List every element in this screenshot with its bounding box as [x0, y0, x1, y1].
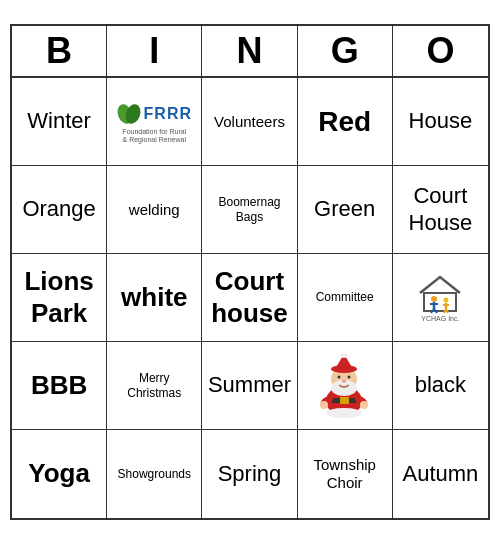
cell-r5c5: Autumn	[393, 430, 488, 518]
svg-point-3	[431, 296, 437, 302]
svg-point-28	[360, 401, 368, 409]
cell-text-r3c4: Committee	[316, 290, 374, 304]
cell-r4c1: BBB	[12, 342, 107, 430]
cell-r4c3: Summer	[202, 342, 297, 430]
bingo-header: BINGO	[12, 26, 488, 78]
cell-r2c2: welding	[107, 166, 202, 254]
cell-text-r1c1: Winter	[27, 108, 91, 134]
svg-line-7	[434, 309, 437, 313]
svg-point-20	[341, 353, 347, 358]
cell-text-r4c3: Summer	[208, 372, 291, 398]
cell-text-r2c5: Court House	[409, 183, 473, 236]
cell-r5c4: Township Choir	[298, 430, 393, 518]
cell-r5c1: Yoga	[12, 430, 107, 518]
frrr-subtext: Foundation for Rural& Regional Renewal	[122, 128, 186, 143]
cell-text-r3c2: white	[121, 282, 187, 313]
svg-point-22	[338, 376, 341, 379]
cell-r1c4: Red	[298, 78, 393, 166]
cell-r2c1: Orange	[12, 166, 107, 254]
cell-text-r3c3: Court house	[211, 266, 288, 328]
cell-text-r5c3: Spring	[218, 461, 282, 487]
cell-text-r5c4: Township Choir	[313, 456, 376, 492]
svg-point-27	[320, 401, 328, 409]
santa-figure-cell	[317, 353, 372, 418]
ychag-text: YCHAG Inc.	[421, 315, 459, 322]
svg-point-24	[342, 379, 346, 383]
cell-text-r2c1: Orange	[22, 196, 95, 222]
header-letter-i: I	[107, 26, 202, 76]
svg-point-8	[444, 298, 449, 303]
svg-rect-2	[424, 293, 456, 311]
header-letter-b: B	[12, 26, 107, 76]
cell-r4c4	[298, 342, 393, 430]
frrr-logo: FRRR Foundation for Rural& Regional Rene…	[117, 100, 192, 143]
cell-r3c5: YCHAG Inc.	[393, 254, 488, 342]
cell-text-r4c5: black	[415, 372, 466, 398]
svg-point-14	[326, 408, 362, 418]
cell-r3c4: Committee	[298, 254, 393, 342]
cell-r3c2: white	[107, 254, 202, 342]
frrr-text: FRRR	[144, 105, 192, 123]
header-letter-n: N	[202, 26, 297, 76]
cell-r1c2: FRRR Foundation for Rural& Regional Rene…	[107, 78, 202, 166]
cell-text-r1c4: Red	[318, 105, 371, 139]
svg-rect-16	[340, 397, 349, 404]
cell-text-r1c3: Volunteers	[214, 113, 285, 131]
cell-text-r1c5: House	[409, 108, 473, 134]
cell-r1c5: House	[393, 78, 488, 166]
header-letter-g: G	[298, 26, 393, 76]
cell-r4c5: black	[393, 342, 488, 430]
bingo-card: BINGO Winter FRRR Foundation for Rural& …	[10, 24, 490, 520]
header-letter-o: O	[393, 26, 488, 76]
cell-r3c1: Lions Park	[12, 254, 107, 342]
cell-r5c3: Spring	[202, 430, 297, 518]
cell-r1c3: Volunteers	[202, 78, 297, 166]
cell-r5c2: Showgrounds	[107, 430, 202, 518]
cell-r2c5: Court House	[393, 166, 488, 254]
cell-text-r2c2: welding	[129, 201, 180, 219]
ychag-logo: YCHAG Inc.	[414, 273, 466, 322]
cell-r1c1: Winter	[12, 78, 107, 166]
cell-text-r5c2: Showgrounds	[118, 467, 191, 481]
svg-point-23	[348, 376, 351, 379]
cell-r2c4: Green	[298, 166, 393, 254]
cell-r4c2: Merry Christmas	[107, 342, 202, 430]
cell-text-r5c5: Autumn	[402, 461, 478, 487]
cell-text-r4c1: BBB	[31, 370, 87, 401]
cell-text-r3c1: Lions Park	[24, 266, 93, 328]
cell-r3c3: Court house	[202, 254, 297, 342]
cell-text-r2c3: Boomernag Bags	[218, 195, 280, 224]
svg-line-12	[446, 309, 448, 313]
bingo-grid: Winter FRRR Foundation for Rural& Region…	[12, 78, 488, 518]
cell-text-r5c1: Yoga	[28, 458, 90, 489]
cell-text-r4c2: Merry Christmas	[127, 371, 181, 400]
cell-text-r2c4: Green	[314, 196, 375, 222]
cell-r2c3: Boomernag Bags	[202, 166, 297, 254]
